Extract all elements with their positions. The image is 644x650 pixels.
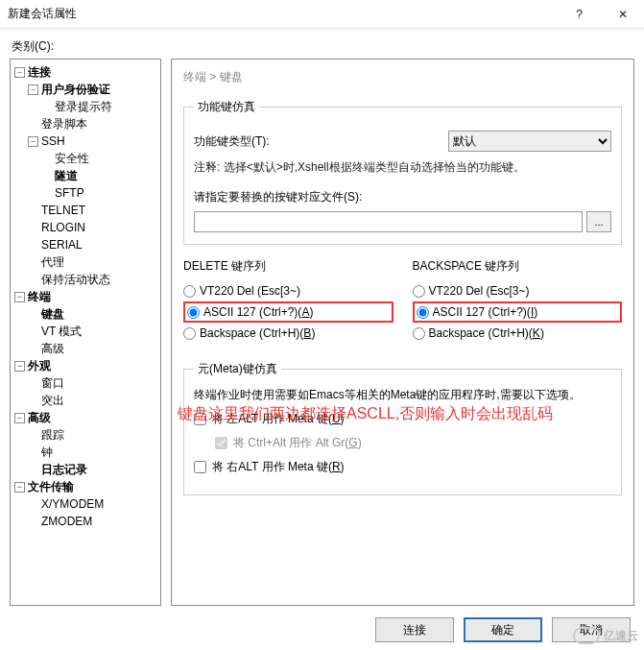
browse-button[interactable]: ... (586, 211, 611, 232)
tree-xy[interactable]: X/YMODEM (41, 497, 104, 511)
meta-left-alt[interactable]: 将 左ALT 用作 Meta 键(U) (194, 411, 611, 427)
meta-left-checkbox[interactable] (194, 413, 206, 425)
delete-backspace-radio[interactable] (183, 327, 196, 340)
tree-adv[interactable]: 高级 (41, 342, 64, 355)
tree-keyboard[interactable]: 键盘 (41, 307, 64, 321)
collapse-icon[interactable]: − (14, 413, 25, 423)
tree-prompt[interactable]: 登录提示符 (55, 100, 112, 113)
tree-sftp[interactable]: SFTP (55, 186, 84, 200)
backspace-backspace-radio[interactable] (413, 327, 425, 340)
funckey-group: 功能键仿真 功能键类型(T): 默认 注释: 选择<默认>时,Xshell根据终… (183, 99, 622, 245)
meta-right-alt[interactable]: 将 右ALT 用作 Meta 键(R) (194, 459, 611, 475)
collapse-icon[interactable]: − (28, 136, 38, 147)
funckey-type-select[interactable]: 默认 (448, 131, 611, 152)
category-label: 类别(C): (12, 38, 634, 55)
backspace-header: BACKSPACE 键序列 (413, 258, 623, 275)
backspace-ascii-radio[interactable] (417, 306, 429, 319)
content-pane: 终端 > 键盘 功能键仿真 功能键类型(T): 默认 注释: 选择<默认>时,X… (171, 59, 634, 606)
tree-rlogin[interactable]: RLOGIN (41, 221, 85, 234)
delete-vt220-label: VT220 Del (Esc[3~) (200, 284, 300, 298)
meta-right-checkbox[interactable] (194, 461, 206, 473)
funckey-type-label: 功能键类型(T): (194, 133, 299, 150)
meta-note: 终端作业时使用需要如Emacs等相关的Meta键的应用程序时,需要以下选项。 (194, 387, 611, 403)
tree-serial[interactable]: SERIAL (41, 238, 83, 252)
tree-terminal[interactable]: 终端 (28, 290, 51, 303)
tree-ssh[interactable]: SSH (41, 134, 65, 148)
backspace-sequence-group: BACKSPACE 键序列 VT220 Del (Esc[3~) ASCII 1… (413, 258, 623, 344)
collapse-icon[interactable]: − (14, 292, 25, 302)
tree-log[interactable]: 日志记录 (41, 463, 87, 476)
backspace-vt220-label: VT220 Del (Esc[3~) (429, 284, 530, 298)
ok-button[interactable]: 确定 (464, 617, 542, 642)
tree-script[interactable]: 登录脚本 (41, 117, 87, 131)
tree-window[interactable]: 窗口 (41, 376, 64, 390)
funckey-legend: 功能键仿真 (194, 99, 259, 115)
delete-backspace-label: Backspace (Ctrl+H)(B) (200, 326, 315, 340)
tree-advanced[interactable]: 高级 (28, 411, 51, 424)
collapse-icon[interactable]: − (14, 67, 25, 78)
meta-ctrlalt-checkbox (215, 437, 227, 449)
tree-auth[interactable]: 用户身份验证 (41, 83, 110, 96)
backspace-vt220-radio[interactable] (413, 285, 425, 298)
titlebar: 新建会话属性 ? ✕ (0, 0, 644, 29)
breadcrumb: 终端 > 键盘 (183, 69, 622, 85)
tree-highlight[interactable]: 突出 (41, 394, 64, 407)
tree-transfer[interactable]: 文件传输 (28, 480, 74, 494)
replace-path-input[interactable] (194, 211, 583, 232)
tree-telnet[interactable]: TELNET (41, 204, 85, 217)
close-button[interactable]: ✕ (601, 0, 644, 29)
watermark: 亿速云 (573, 627, 638, 644)
help-button[interactable]: ? (558, 0, 601, 29)
meta-ctrlalt: 将 Ctrl+Alt 用作 Alt Gr(G) (215, 435, 611, 451)
delete-ascii-label: ASCII 127 (Ctrl+?)(A) (203, 305, 313, 319)
tree-vt[interactable]: VT 模式 (41, 325, 82, 338)
window-title: 新建会话属性 (8, 6, 558, 22)
replace-label: 请指定要替换的按键对应文件(S): (194, 189, 611, 205)
delete-ascii-radio[interactable] (187, 306, 200, 319)
tree-appearance[interactable]: 外观 (28, 359, 51, 373)
meta-group: 元(Meta)键仿真 终端作业时使用需要如Emacs等相关的Meta键的应用程序… (183, 361, 622, 495)
tree-proxy[interactable]: 代理 (41, 255, 64, 269)
tree-connection[interactable]: 连接 (28, 65, 51, 79)
delete-header: DELETE 键序列 (183, 258, 394, 275)
tree-z[interactable]: ZMODEM (41, 515, 92, 528)
tree-trace[interactable]: 跟踪 (41, 428, 64, 442)
delete-vt220-radio[interactable] (183, 285, 196, 298)
tree-security[interactable]: 安全性 (55, 152, 89, 165)
collapse-icon[interactable]: − (14, 361, 25, 372)
cloud-icon (573, 627, 600, 644)
connect-button[interactable]: 连接 (375, 617, 454, 642)
funckey-note: 注释: 选择<默认>时,Xshell根据终端类型自动选择恰当的功能键。 (194, 159, 611, 176)
backspace-backspace-label: Backspace (Ctrl+H)(K) (429, 326, 544, 340)
backspace-ascii-label: ASCII 127 (Ctrl+?)(I) (433, 305, 538, 319)
tree-keepalive[interactable]: 保持活动状态 (41, 273, 110, 286)
collapse-icon[interactable]: − (14, 482, 25, 493)
tree-tunnel[interactable]: 隧道 (55, 169, 78, 182)
category-tree[interactable]: −连接 −用户身份验证 登录提示符 登录脚本 −SSH 安全性 隧道 SFTP (10, 59, 161, 606)
collapse-icon[interactable]: − (28, 84, 38, 95)
delete-sequence-group: DELETE 键序列 VT220 Del (Esc[3~) ASCII 127 … (183, 258, 394, 344)
tree-bell[interactable]: 钟 (41, 445, 53, 459)
meta-legend: 元(Meta)键仿真 (194, 361, 281, 377)
